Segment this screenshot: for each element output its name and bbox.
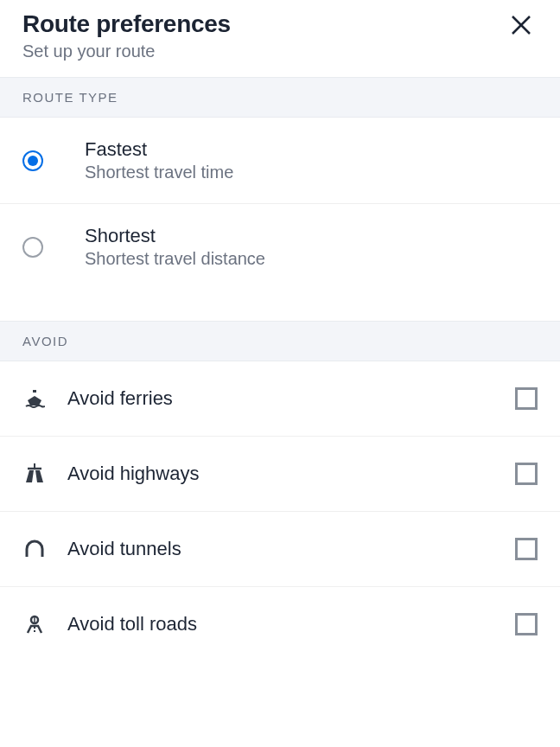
section-header-route-type: ROUTE TYPE — [0, 77, 560, 118]
page-title: Route preferences — [22, 10, 231, 38]
avoid-toll-roads-label: Avoid toll roads — [67, 613, 515, 635]
section-gap — [0, 290, 560, 321]
highway-icon — [22, 463, 47, 484]
checkbox-toll-roads[interactable] — [515, 613, 538, 635]
tunnel-icon — [22, 539, 47, 559]
ferry-icon — [22, 388, 47, 409]
checkbox-highways[interactable] — [515, 463, 538, 485]
section-header-avoid: AVOID — [0, 321, 560, 361]
close-button[interactable] — [510, 10, 538, 36]
avoid-toll-roads-row[interactable]: Avoid toll roads — [0, 587, 560, 661]
toll-icon — [22, 614, 47, 635]
option-title: Shortest — [85, 225, 265, 247]
option-title: Fastest — [85, 138, 233, 161]
close-icon — [510, 14, 532, 36]
header: Route preferences Set up your route — [0, 0, 560, 77]
header-text: Route preferences Set up your route — [22, 10, 231, 61]
option-text: Fastest Shortest travel time — [85, 138, 233, 182]
radio-shortest[interactable] — [22, 237, 43, 258]
avoid-ferries-label: Avoid ferries — [67, 387, 515, 410]
avoid-tunnels-label: Avoid tunnels — [67, 538, 515, 560]
radio-dot-icon — [28, 156, 38, 166]
page-subtitle: Set up your route — [22, 42, 231, 61]
route-option-fastest[interactable]: Fastest Shortest travel time — [0, 118, 560, 204]
avoid-ferries-row[interactable]: Avoid ferries — [0, 361, 560, 437]
checkbox-tunnels[interactable] — [515, 538, 538, 560]
avoid-highways-row[interactable]: Avoid highways — [0, 437, 560, 512]
option-text: Shortest Shortest travel distance — [85, 225, 265, 269]
checkbox-ferries[interactable] — [515, 387, 538, 410]
svg-rect-2 — [33, 390, 36, 393]
option-desc: Shortest travel distance — [85, 249, 265, 269]
avoid-highways-label: Avoid highways — [67, 463, 515, 485]
avoid-tunnels-row[interactable]: Avoid tunnels — [0, 512, 560, 587]
option-desc: Shortest travel time — [85, 163, 233, 182]
radio-fastest[interactable] — [22, 150, 43, 171]
route-option-shortest[interactable]: Shortest Shortest travel distance — [0, 204, 560, 290]
